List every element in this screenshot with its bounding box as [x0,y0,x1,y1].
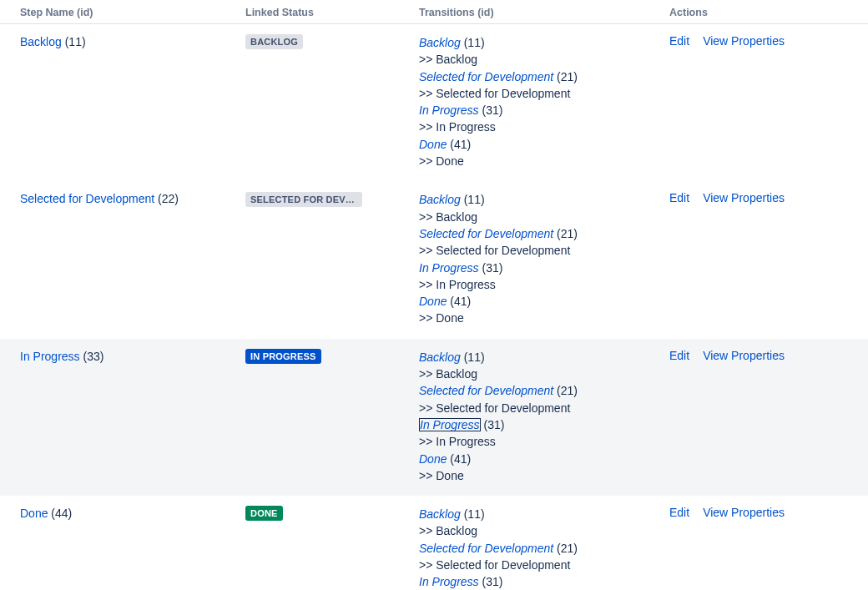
transition-link[interactable]: Selected for Development [419,542,553,555]
transition-link[interactable]: Backlog [419,350,461,364]
linked-status-cell: DONE [239,496,412,590]
transition-id: (31) [482,261,502,275]
transition-line: Backlog (11) [419,34,643,51]
view-properties-link[interactable]: View Properties [703,506,785,519]
transition-link[interactable]: In Progress [419,103,479,117]
transition-id: (31) [482,103,502,117]
linked-status-cell: BACKLOG [239,24,412,182]
transition-id: (11) [464,350,485,364]
actions-cell: EditView Properties [649,339,868,496]
actions-cell: EditView Properties [649,24,868,182]
transition-link[interactable]: Selected for Development [419,227,553,240]
transition-line: Done (41) [419,451,643,467]
step-id: (44) [51,507,72,520]
linked-status-cell: SELECTED FOR DEVELOPMENT [239,181,412,338]
transition-link[interactable]: Done [419,138,447,151]
transition-id: (21) [557,384,578,397]
transition-id: (21) [557,542,578,555]
status-lozenge: BACKLOG [245,34,303,49]
view-properties-link[interactable]: View Properties [703,34,785,48]
transitions-cell: Backlog (11)>> BacklogSelected for Devel… [412,496,649,590]
transition-line: Backlog (11) [419,349,643,366]
col-header-linked-status: Linked Status [239,0,412,24]
step-id: (11) [65,35,86,48]
edit-link[interactable]: Edit [669,506,689,519]
transition-line: Selected for Development (21) [419,540,643,557]
transition-id: (21) [557,70,578,83]
transition-target: >> Selected for Development [419,557,643,573]
table-row: Backlog (11)BACKLOGBacklog (11)>> Backlo… [0,24,868,182]
transition-id: (41) [450,295,471,308]
transition-line: Backlog (11) [419,191,643,208]
transition-target: >> Done [419,467,643,484]
transition-line: In Progress (31) [419,102,643,119]
transition-link[interactable]: In Progress [419,418,481,431]
edit-link[interactable]: Edit [669,34,689,48]
transition-id: (21) [557,227,578,240]
transition-target: >> Backlog [419,209,643,225]
transition-line: In Progress (31) [419,260,643,276]
status-lozenge: IN PROGRESS [245,349,321,364]
edit-link[interactable]: Edit [669,349,689,362]
workflow-steps-table: Step Name (id) Linked Status Transitions… [0,0,868,590]
step-name-link[interactable]: Selected for Development [20,192,154,205]
step-name-link[interactable]: Backlog [20,35,62,48]
status-lozenge: SELECTED FOR DEVELOPMENT [245,192,362,207]
transition-id: (11) [464,36,485,49]
transition-link[interactable]: In Progress [419,575,479,588]
step-name-link[interactable]: In Progress [20,350,80,363]
transition-id: (11) [464,193,485,206]
transition-link[interactable]: Selected for Development [419,70,553,83]
step-name-link[interactable]: Done [20,507,48,520]
col-header-transitions: Transitions (id) [412,0,649,24]
step-cell: Done (44) [0,496,239,590]
transition-target: >> In Progress [419,119,643,135]
actions-cell: EditView Properties [649,181,868,338]
transition-line: Backlog (11) [419,506,643,522]
transition-target: >> In Progress [419,276,643,293]
step-cell: In Progress (33) [0,339,239,496]
transition-line: Selected for Development (21) [419,382,643,399]
transition-id: (41) [450,452,471,466]
transition-id: (11) [464,507,485,521]
transition-line: Done (41) [419,293,643,310]
step-cell: Backlog (11) [0,24,239,182]
transition-line: Selected for Development (21) [419,225,643,242]
table-header-row: Step Name (id) Linked Status Transitions… [0,0,868,24]
transition-line: Done (41) [419,136,643,153]
linked-status-cell: IN PROGRESS [239,339,412,496]
transition-line: Selected for Development (21) [419,68,643,85]
col-header-actions: Actions [649,0,868,24]
transition-line: In Progress (31) [419,573,643,590]
transition-link[interactable]: In Progress [419,261,479,275]
transition-line: In Progress (31) [419,416,643,433]
view-properties-link[interactable]: View Properties [703,191,785,204]
table-row: In Progress (33)IN PROGRESSBacklog (11)>… [0,339,868,496]
transition-link[interactable]: Backlog [419,507,461,521]
transition-target: >> Selected for Development [419,242,643,259]
table-row: Selected for Development (22)SELECTED FO… [0,181,868,338]
status-lozenge: DONE [245,506,283,521]
edit-link[interactable]: Edit [669,191,689,204]
col-header-step: Step Name (id) [0,0,239,24]
transition-link[interactable]: Backlog [419,193,461,206]
transition-target: >> Backlog [419,366,643,382]
step-cell: Selected for Development (22) [0,181,239,338]
transition-target: >> Selected for Development [419,400,643,416]
transition-link[interactable]: Done [419,295,447,308]
transition-id: (31) [482,575,502,588]
transition-target: >> Done [419,310,643,326]
transitions-cell: Backlog (11)>> BacklogSelected for Devel… [412,24,649,182]
transition-link[interactable]: Backlog [419,36,461,49]
transitions-cell: Backlog (11)>> BacklogSelected for Devel… [412,181,649,338]
view-properties-link[interactable]: View Properties [703,349,785,362]
transition-link[interactable]: Selected for Development [419,384,553,397]
transition-id: (31) [483,418,504,431]
step-id: (33) [83,350,103,363]
transitions-cell: Backlog (11)>> BacklogSelected for Devel… [412,339,649,496]
transition-target: >> Backlog [419,522,643,539]
transition-target: >> Done [419,153,643,169]
step-id: (22) [158,192,179,205]
transition-target: >> In Progress [419,433,643,450]
transition-link[interactable]: Done [419,452,447,466]
